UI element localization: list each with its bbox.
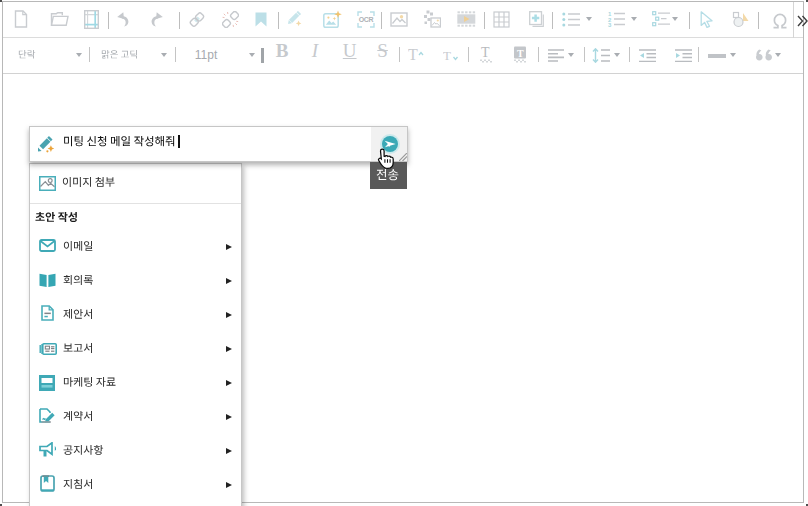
svg-text:T: T — [481, 46, 490, 60]
svg-text:OCR: OCR — [359, 16, 374, 23]
svg-text:T: T — [517, 47, 524, 58]
svg-text:3: 3 — [608, 22, 612, 27]
svg-text:T: T — [408, 46, 418, 62]
svg-text:T: T — [443, 47, 451, 62]
